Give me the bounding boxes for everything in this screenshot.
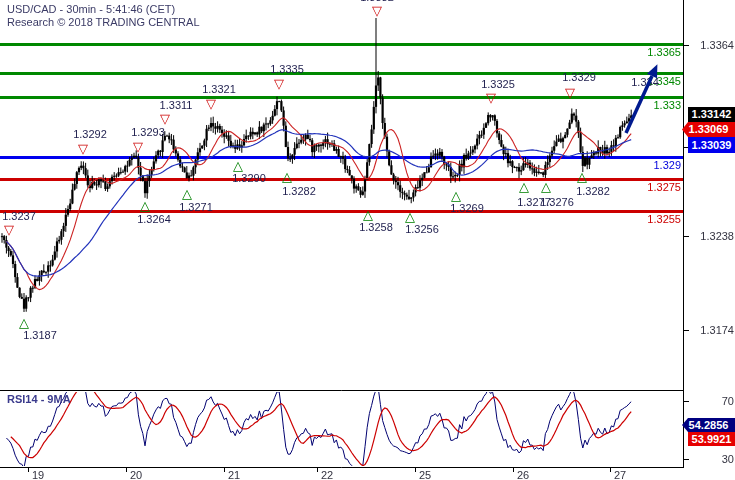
rsi-ma-value-badge: 53.9921 [688, 432, 735, 446]
y-axis-label: 30 [690, 453, 734, 465]
pivot-price-label: 1.3311 [160, 99, 193, 111]
y-axis-label: 70 [690, 395, 734, 407]
chart-header: USD/CAD - 30min - 5:41:46 (CET) Research… [7, 3, 200, 29]
pivot-price-label: 1.3292 [73, 128, 107, 140]
x-axis-label: 27 [614, 469, 626, 480]
x-axis-label: 20 [130, 469, 142, 480]
pivot-price-label: 1.334 [631, 76, 659, 88]
pivot-price-label: 1.3237 [2, 210, 36, 222]
pivot-price-label: 1.3269 [450, 202, 484, 214]
pivot-price-label: 1.3335 [270, 63, 304, 75]
last-price-badge: 1.33142 [688, 107, 735, 122]
pivot-low-icon: △ [363, 208, 373, 221]
pivot-price-label: 1.3187 [23, 329, 57, 341]
pivot-price-label: 1.3264 [137, 213, 171, 225]
y-axis-label: 1.3238 [690, 230, 734, 242]
pivot-low-icon: △ [519, 180, 529, 193]
pivot-high-icon: ▽ [565, 86, 575, 99]
y-axis-label: 1.3364 [690, 39, 734, 51]
rsi-panel-title: RSI14 - 9MA [7, 393, 71, 405]
level-label-1.3365: 1.3365 [0, 46, 681, 58]
pivot-price-label: 1.3276 [540, 196, 574, 208]
pivot-price-label: 1.3282 [282, 185, 316, 197]
price-chart-canvas [0, 0, 735, 480]
pivot-price-label: 1.3321 [202, 83, 236, 95]
x-axis-label: 22 [321, 469, 333, 480]
pivot-high-icon: ▽ [78, 142, 88, 155]
pivot-low-icon: △ [577, 170, 587, 183]
pivot-price-label: 1.3293 [131, 126, 165, 138]
pivot-high-icon: ▽ [206, 97, 216, 110]
y-axis-label: 1.3174 [690, 324, 734, 336]
pivot-low-icon: △ [19, 316, 29, 329]
price-badge-blue: 1.33039 [688, 137, 735, 153]
pivot-high-icon: ▽ [133, 140, 143, 153]
pivot-price-label: 1.3271 [179, 201, 213, 213]
x-axis-label: 25 [419, 469, 431, 480]
pivot-low-icon: △ [451, 189, 461, 202]
x-axis-label: 26 [517, 469, 529, 480]
pivot-low-icon: △ [233, 159, 243, 172]
pivot-low-icon: △ [282, 170, 292, 183]
pivot-high-icon: ▽ [274, 77, 284, 90]
pivot-high-icon: ▽ [486, 91, 496, 104]
pivot-price-label: 1.3382 [360, 0, 394, 3]
pivot-price-label: 1.3290 [232, 172, 266, 184]
chart-root: USD/CAD - 30min - 5:41:46 (CET) Research… [0, 0, 735, 480]
level-label-1.3255: 1.3255 [0, 213, 681, 225]
pivot-high-icon: ▽ [160, 112, 170, 125]
level-label-1.333: 1.333 [0, 99, 681, 111]
chart-copyright: Research © 2018 TRADING CENTRAL [7, 16, 200, 29]
pivot-price-label: 1.3256 [405, 223, 439, 235]
pivot-high-icon: ▽ [4, 223, 14, 236]
pivot-low-icon: △ [541, 180, 551, 193]
pivot-low-icon: △ [405, 210, 415, 223]
pivot-high-icon: ▽ [372, 4, 382, 17]
chart-title: USD/CAD - 30min - 5:41:46 (CET) [7, 3, 200, 16]
pivot-price-label: 1.3325 [481, 78, 515, 90]
pivot-low-icon: △ [182, 187, 192, 200]
price-badge-red: 1.33069 [682, 122, 735, 137]
pivot-price-label: 1.3258 [359, 221, 393, 233]
pivot-price-label: 1.3282 [576, 185, 610, 197]
pivot-price-label: 1.3329 [562, 71, 596, 83]
x-axis-label: 21 [228, 469, 240, 480]
x-axis-label: 19 [32, 469, 44, 480]
rsi-value-badge: 54.2856 [682, 418, 735, 432]
pivot-low-icon: △ [140, 199, 150, 212]
